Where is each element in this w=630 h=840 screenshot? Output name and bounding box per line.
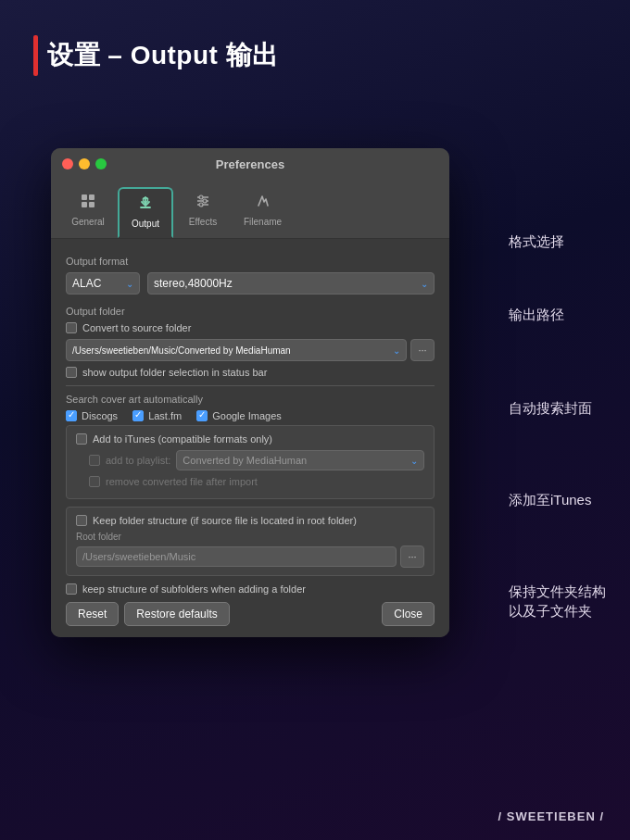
divider-1 [66, 385, 435, 386]
discogs-checkbox[interactable] [66, 410, 77, 421]
svg-rect-0 [82, 194, 87, 200]
svg-point-9 [203, 199, 207, 203]
folder-section: Keep folder structure (if source file is… [66, 507, 435, 576]
remove-file-label: remove converted file after import [106, 476, 258, 487]
subfolders-checkbox[interactable] [66, 583, 77, 595]
page-title-container: 设置 – Output 输出 [33, 35, 279, 76]
tab-filename[interactable]: Filename [233, 187, 293, 238]
preferences-window: Preferences General [51, 148, 449, 637]
titlebar: Preferences [51, 148, 449, 180]
bottom-row: Reset Restore defaults Close [66, 602, 435, 626]
close-button[interactable]: Close [382, 602, 435, 626]
google-item: Google Images [196, 410, 282, 421]
format-value: ALAC [72, 277, 101, 290]
path-chevron-icon: ⌄ [393, 345, 400, 356]
tab-general[interactable]: General [60, 187, 116, 238]
keep-folder-label: Keep folder structure (if source file is… [93, 515, 357, 526]
root-path-row: /Users/sweetieben/Music ··· [76, 545, 424, 568]
lastfm-checkbox[interactable] [132, 410, 144, 421]
quality-value: stereo,48000Hz [154, 277, 233, 290]
footer: / SWEETIEBEN / [498, 809, 604, 823]
show-statusbar-row: show output folder selection in status b… [66, 367, 435, 378]
playlist-checkbox[interactable] [89, 455, 100, 466]
root-path-input[interactable]: /Users/sweetieben/Music [76, 546, 397, 567]
format-select[interactable]: ALAC ⌄ [66, 272, 140, 295]
show-statusbar-label: show output folder selection in status b… [82, 367, 267, 378]
general-icon [80, 193, 96, 214]
playlist-row: add to playlist: Converted by MediaHuman… [89, 450, 424, 470]
svg-rect-2 [82, 202, 87, 207]
convert-source-checkbox[interactable] [66, 322, 77, 333]
root-browse-button[interactable]: ··· [400, 545, 424, 568]
subfolders-label: keep structure of subfolders when adding… [82, 583, 306, 595]
filename-icon [255, 193, 271, 214]
keep-folder-checkbox[interactable] [76, 515, 87, 526]
convert-source-label: Convert to source folder [82, 322, 191, 333]
format-chevron-icon: ⌄ [126, 279, 133, 289]
annotation-format: 格式选择 [509, 232, 606, 251]
btn-group-left: Reset Restore defaults [66, 602, 230, 626]
format-row: ALAC ⌄ stereo,48000Hz ⌄ [66, 272, 435, 295]
cover-art-label: Search cover art automatically [66, 394, 435, 405]
remove-file-row: remove converted file after import [89, 476, 424, 487]
tab-general-label: General [71, 217, 105, 227]
annotations-panel: 格式选择 输出路径 自动搜索封面 添加至iTunes 保持文件夹结构 以及子文件… [509, 232, 606, 646]
tab-filename-label: Filename [244, 217, 282, 227]
playlist-select[interactable]: Converted by MediaHuman ⌄ [176, 450, 424, 470]
itunes-row: Add to iTunes (compatible formats only) [76, 433, 424, 445]
remove-file-checkbox[interactable] [89, 476, 100, 487]
minimize-button-traffic[interactable] [79, 158, 90, 169]
output-path-input[interactable]: /Users/sweetieben/Music/Converted by Med… [66, 339, 407, 361]
page-title: 设置 – Output 输出 [47, 38, 279, 73]
output-path-value: /Users/sweetieben/Music/Converted by Med… [72, 345, 291, 356]
reset-button[interactable]: Reset [66, 602, 119, 626]
convert-source-row: Convert to source folder [66, 322, 435, 333]
tab-effects-label: Effects [189, 217, 217, 227]
root-folder-label: Root folder [76, 532, 424, 542]
annotation-path: 输出路径 [509, 305, 606, 324]
output-icon [137, 194, 154, 216]
svg-rect-3 [89, 202, 94, 207]
maximize-button-traffic[interactable] [95, 158, 107, 169]
quality-select[interactable]: stereo,48000Hz ⌄ [147, 272, 435, 295]
restore-button[interactable]: Restore defaults [124, 602, 229, 626]
window-title: Preferences [216, 157, 284, 171]
root-path-value: /Users/sweetieben/Music [82, 551, 195, 562]
playlist-label: add to playlist: [106, 455, 170, 466]
svg-point-10 [199, 203, 203, 207]
show-statusbar-checkbox[interactable] [66, 367, 77, 378]
browse-button[interactable]: ··· [410, 339, 435, 361]
quality-chevron-icon: ⌄ [421, 279, 428, 289]
annotation-folder: 保持文件夹结构 以及子文件夹 [509, 582, 606, 621]
effects-icon [195, 193, 211, 214]
svg-point-8 [199, 195, 203, 199]
itunes-label: Add to iTunes (compatible formats only) [93, 433, 272, 445]
playlist-value: Converted by MediaHuman [183, 455, 307, 466]
keep-folder-row: Keep folder structure (if source file is… [76, 515, 424, 526]
title-accent-bar [33, 35, 38, 76]
subfolders-row: keep structure of subfolders when adding… [66, 583, 435, 595]
close-button-traffic[interactable] [62, 158, 73, 169]
discogs-label: Discogs [82, 410, 118, 421]
traffic-lights [62, 158, 107, 169]
google-label: Google Images [212, 410, 282, 421]
itunes-checkbox[interactable] [76, 433, 87, 445]
annotation-cover: 自动搜索封面 [509, 398, 606, 418]
tab-effects[interactable]: Effects [175, 187, 231, 238]
google-checkbox[interactable] [196, 410, 208, 421]
itunes-section: Add to iTunes (compatible formats only) … [66, 425, 435, 499]
lastfm-item: Last.fm [132, 410, 182, 421]
output-format-label: Output format [66, 256, 435, 267]
playlist-chevron-icon: ⌄ [410, 456, 418, 466]
discogs-item: Discogs [66, 410, 118, 421]
tab-output[interactable]: Output [118, 187, 173, 238]
cover-art-sources: Discogs Last.fm Google Images [66, 410, 435, 421]
tab-output-label: Output [132, 219, 159, 229]
toolbar: General Output [51, 180, 449, 239]
content-area: Output format ALAC ⌄ stereo,48000Hz ⌄ Ou… [51, 239, 449, 637]
lastfm-label: Last.fm [148, 410, 182, 421]
output-path-row: /Users/sweetieben/Music/Converted by Med… [66, 339, 435, 361]
annotation-itunes: 添加至iTunes [509, 490, 606, 509]
svg-rect-1 [89, 194, 94, 200]
output-folder-label: Output folder [66, 306, 435, 317]
